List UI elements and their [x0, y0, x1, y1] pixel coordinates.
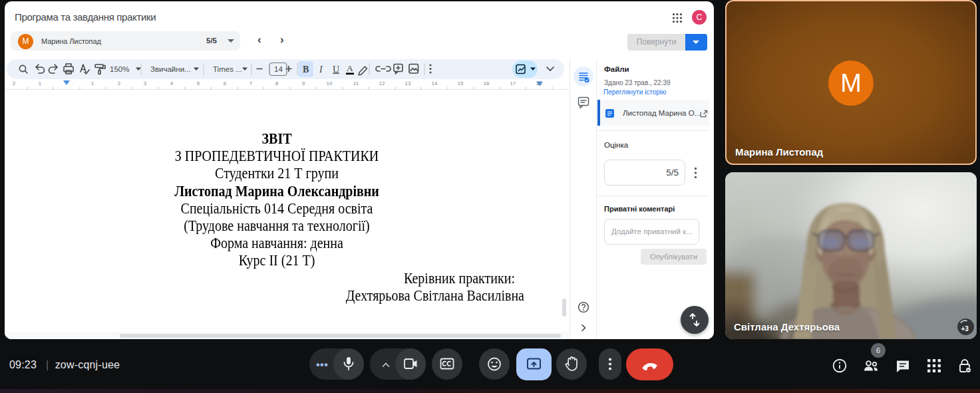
svg-text:1: 1: [91, 80, 94, 86]
svg-text:A: A: [347, 63, 353, 73]
svg-text:Звичайни...: Звичайни...: [150, 65, 191, 73]
svg-text:150%: 150%: [110, 65, 129, 73]
svg-text:B: B: [303, 65, 309, 74]
svg-text:2: 2: [118, 80, 121, 86]
svg-text:8: 8: [275, 80, 279, 86]
svg-text:6: 6: [224, 80, 227, 86]
svg-text:13: 13: [405, 80, 411, 86]
svg-text:3: 3: [144, 80, 147, 86]
svg-text:14: 14: [274, 65, 283, 73]
svg-text:15: 15: [458, 80, 464, 86]
svg-text:14: 14: [432, 80, 438, 86]
svg-text:12: 12: [379, 80, 385, 86]
svg-text:9: 9: [302, 80, 305, 86]
svg-text:4: 4: [170, 80, 174, 86]
svg-text:Times ...: Times ...: [213, 65, 242, 73]
svg-text:I: I: [319, 65, 323, 74]
svg-text:11: 11: [353, 80, 359, 86]
svg-text:1: 1: [39, 80, 42, 86]
svg-text:18: 18: [536, 80, 542, 86]
svg-text:U: U: [333, 65, 339, 74]
svg-text:5: 5: [197, 80, 200, 86]
svg-text:2: 2: [13, 80, 16, 86]
svg-text:16: 16: [484, 80, 490, 86]
svg-text:+3: +3: [961, 325, 969, 332]
svg-text:10: 10: [327, 80, 333, 86]
svg-text:7: 7: [249, 80, 253, 86]
svg-text:17: 17: [510, 80, 516, 86]
